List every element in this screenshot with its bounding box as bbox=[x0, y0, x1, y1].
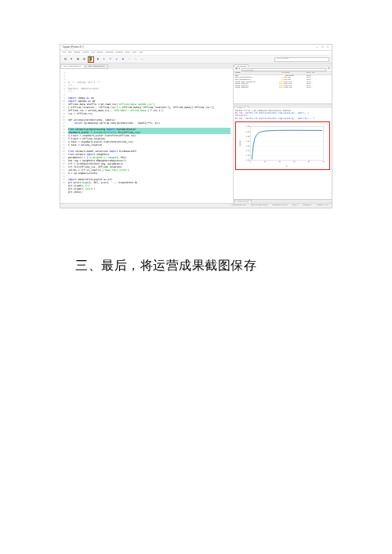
svg-text:0: 0 bbox=[250, 161, 252, 163]
svg-text:0.30: 0.30 bbox=[245, 150, 250, 152]
titlebar: Spyder (Python 3.7) — ☐ ✕ bbox=[60, 45, 332, 51]
stop-icon[interactable]: ■ bbox=[121, 57, 125, 62]
file-explorer-tab[interactable]: File explorer bbox=[234, 64, 249, 67]
col-type[interactable]: Type bbox=[285, 72, 307, 74]
file-row[interactable]: online_data.npy121 KBnpy File2021/… bbox=[234, 87, 332, 89]
run-button-group bbox=[88, 56, 94, 63]
menu-tools[interactable]: Tools bbox=[125, 52, 130, 54]
console-body[interactable]: Python 3.7.0 | An enhanced Interactive P… bbox=[234, 108, 332, 199]
status-col: Column: 1 bbox=[303, 205, 311, 207]
editor-tabs: bee_classification.py bee_regression.py bbox=[60, 63, 233, 69]
back-icon[interactable]: ← bbox=[133, 57, 138, 62]
ide-window: Spyder (Python 3.7) — ☐ ✕ FileEditSearch… bbox=[60, 44, 332, 208]
svg-text:0.25: 0.25 bbox=[245, 154, 250, 157]
col-date[interactable]: Date Mod bbox=[307, 72, 330, 74]
svg-text:0.50: 0.50 bbox=[245, 130, 250, 132]
svg-text:50: 50 bbox=[322, 161, 325, 163]
save-all-icon[interactable]: ▥ bbox=[82, 57, 86, 62]
settings-icon[interactable]: ⚙ bbox=[328, 68, 330, 71]
plot-output: 0.200.250.300.350.400.450.500.5501020304… bbox=[235, 121, 330, 170]
status-eol: End-of-lines: CRLF bbox=[251, 205, 267, 207]
status-bar: Permissions: RW End-of-lines: CRLF Encod… bbox=[60, 203, 332, 208]
menu-help[interactable]: Help bbox=[139, 52, 143, 54]
app-title: Spyder (Python 3.7) bbox=[63, 46, 84, 49]
menu-projects[interactable]: Projects bbox=[116, 52, 123, 54]
open-file-icon[interactable]: ⧉ bbox=[69, 57, 74, 62]
status-line: Line: 1 bbox=[292, 205, 299, 207]
col-size[interactable]: Size bbox=[272, 72, 285, 74]
ipython-console-tab[interactable]: IPython console bbox=[234, 200, 252, 202]
console-bottom-tabs: IPython console bbox=[234, 199, 332, 203]
console-pane: Console 1/A Python 3.7.0 | An enhanced I… bbox=[234, 104, 332, 203]
up-icon[interactable]: ▲ bbox=[238, 68, 240, 71]
status-mem: Memory: 47% bbox=[317, 205, 328, 207]
debug-icon[interactable]: ▶ bbox=[96, 57, 100, 62]
right-panel: File explorer ◀ ▲ D:\PyFile\bee ⚙ Name S… bbox=[234, 63, 332, 203]
step-icon[interactable]: ▸ bbox=[102, 57, 107, 62]
min-icon[interactable]: — bbox=[316, 46, 318, 49]
svg-text:40: 40 bbox=[308, 161, 310, 163]
code-line: plt.show() bbox=[68, 190, 230, 194]
menu-search[interactable]: Search bbox=[74, 52, 80, 54]
toolbar: ▤ ⧉ ▣ ▥ ▶ ▸ ▾ ▴ ■ ⌂ ← → D:\PyFile\bee bbox=[60, 56, 332, 63]
menu-view[interactable]: View bbox=[132, 52, 136, 54]
plot-chart: 0.200.250.300.350.400.450.500.5501020304… bbox=[238, 124, 328, 168]
menu-consoles[interactable]: Consoles bbox=[105, 52, 113, 54]
svg-text:score: score bbox=[239, 140, 241, 147]
run-icon[interactable] bbox=[89, 58, 92, 60]
save-icon[interactable]: ▣ bbox=[75, 57, 80, 62]
svg-text:0.40: 0.40 bbox=[245, 140, 250, 143]
menu-source[interactable]: Source bbox=[82, 52, 89, 54]
menu-debug[interactable]: Debug bbox=[97, 52, 103, 54]
menu-run[interactable]: Run bbox=[91, 52, 95, 54]
back-icon[interactable]: ◀ bbox=[235, 68, 237, 71]
step-into-icon[interactable]: ▾ bbox=[108, 57, 113, 62]
svg-text:20: 20 bbox=[278, 161, 281, 163]
code-editor[interactable]: 1234567891011121314151617181920212223242… bbox=[60, 69, 233, 203]
pythonpath-icon[interactable]: ⌂ bbox=[127, 57, 132, 62]
section-heading: 三、最后，将运营成果截图保存 bbox=[75, 258, 256, 274]
working-dir-field[interactable]: D:\PyFile\bee bbox=[274, 57, 329, 62]
svg-text:10: 10 bbox=[264, 161, 267, 163]
forward-icon[interactable]: → bbox=[140, 57, 144, 62]
window-controls: — ☐ ✕ bbox=[316, 46, 329, 49]
svg-text:0.35: 0.35 bbox=[245, 145, 250, 147]
step-out-icon[interactable]: ▴ bbox=[114, 57, 119, 62]
status-perm: Permissions: RW bbox=[231, 205, 246, 207]
svg-text:0.55: 0.55 bbox=[245, 125, 250, 128]
menu-file[interactable]: File bbox=[63, 52, 66, 54]
status-enc: Encoding: UTF-8 bbox=[273, 205, 288, 207]
editor-pane: bee_classification.py bee_regression.py … bbox=[60, 63, 234, 203]
file-table: Name Size Type Date Mod beeFile Folder20… bbox=[234, 72, 332, 103]
svg-text:30: 30 bbox=[293, 161, 296, 163]
svg-text:0.45: 0.45 bbox=[245, 136, 250, 138]
new-file-icon[interactable]: ▤ bbox=[63, 57, 67, 62]
menu-edit[interactable]: Edit bbox=[68, 52, 71, 54]
console-line: In [2]: runfile('D:/PyFile/bee/bee_regre… bbox=[235, 118, 330, 120]
file-explorer-pane: File explorer ◀ ▲ D:\PyFile\bee ⚙ Name S… bbox=[234, 63, 332, 104]
close-icon[interactable]: ✕ bbox=[327, 46, 329, 49]
ide-body: bee_classification.py bee_regression.py … bbox=[60, 63, 332, 203]
col-name[interactable]: Name bbox=[235, 72, 272, 74]
svg-text:k: k bbox=[286, 165, 288, 168]
max-icon[interactable]: ☐ bbox=[321, 46, 324, 49]
file-explorer-path[interactable]: D:\PyFile\bee bbox=[241, 68, 326, 71]
